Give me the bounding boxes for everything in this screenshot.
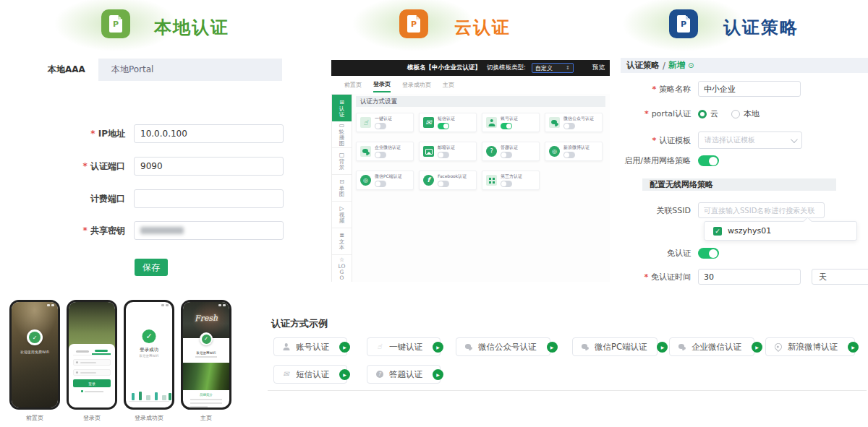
tab-home-page[interactable]: 主页 [443, 78, 454, 92]
success-check-icon: ✓ [142, 329, 156, 343]
onekey-toggle[interactable] [375, 123, 386, 129]
cloud-editor-topbar: 模板名【中小企业云认证】 切换模板类型: 自定义 ↕ 预览 [331, 60, 610, 76]
example-weibo-auth[interactable]: 新浪微博认证 ▶ [765, 337, 855, 356]
example-account-auth[interactable]: 账号认证 ▶ [273, 337, 347, 356]
brand-intro-label: 品牌简介 [183, 393, 229, 397]
icon-letter: P [113, 20, 119, 28]
quiz-icon: ? [486, 146, 497, 157]
third-party-toggle[interactable] [501, 181, 512, 187]
breadcrumb-current: 新增 [668, 60, 685, 71]
play-icon[interactable]: ▶ [339, 342, 350, 353]
quiz-toggle[interactable] [501, 152, 512, 158]
sidebar-item-video[interactable]: ▷ 视频 [332, 202, 352, 228]
billing-port-input[interactable] [134, 189, 284, 208]
wifi-logo-icon: ✓ [29, 332, 41, 343]
login-tab-account [92, 348, 111, 355]
play-icon[interactable]: ▶ [547, 342, 558, 353]
time-unit-box: 天 [812, 269, 868, 285]
network-policy-toggle[interactable] [698, 155, 719, 166]
radio-local[interactable] [731, 110, 740, 118]
facebook-toggle[interactable] [438, 181, 449, 187]
tab-local-aaa[interactable]: 本地AAA [35, 59, 98, 81]
example-sms-auth[interactable]: ✉ 短信认证 ▶ [273, 365, 347, 384]
tap-icon: ☝ [375, 343, 384, 350]
phone-caption: 登录页 [67, 414, 117, 422]
example-wechat-official-auth[interactable]: 微信公众号认证 ▶ [456, 337, 550, 356]
auth-method-settings-header: 认证方式设置 [356, 96, 605, 107]
auth-card-sms: ✉ 短信认证 [419, 113, 477, 132]
play-icon[interactable]: ▶ [752, 342, 762, 353]
email-toggle[interactable] [438, 152, 449, 158]
breadcrumb-root[interactable]: 认证策略 [626, 60, 660, 71]
sidebar-item-text[interactable]: ≣ 文本 [332, 228, 352, 255]
wecom-toggle[interactable] [375, 152, 386, 158]
play-icon[interactable]: ▶ [848, 342, 859, 353]
local-tabbar: 本地AAA 本地Portal [35, 59, 282, 81]
ssid-label: 关联SSID [618, 205, 698, 216]
row-network-policy: 启用/禁用网络策略 [618, 155, 719, 166]
radio-cloud[interactable] [698, 110, 707, 118]
checkbox-checked-icon[interactable]: ✓ [713, 227, 722, 236]
page: P 本地认证 P 云认证 P 认证策略 本地AAA 本地Portal IP地址 … [0, 0, 868, 427]
sidebar-item-carousel[interactable]: ▭ 轮播图 [332, 121, 352, 148]
wifi-logo-icon: ✓ [202, 335, 211, 344]
weibo-icon [773, 343, 783, 350]
sidebar-item-single-image[interactable]: ⊡ 单图 [332, 175, 352, 202]
section-title-local: 本地认证 [154, 16, 229, 39]
auth-card-email: 邮箱认证 [419, 142, 477, 161]
save-button[interactable]: 保存 [135, 259, 168, 276]
mail-icon [423, 146, 434, 157]
shared-key-input[interactable] [134, 221, 284, 240]
star-icon: ☆ [339, 256, 344, 263]
auth-port-input[interactable] [134, 157, 284, 176]
login-card: 登录 [69, 344, 115, 407]
welcome-text: 欢迎使用WiFi [183, 351, 229, 355]
image-icon: ⊡ [339, 178, 344, 185]
login-tab-sms [73, 348, 92, 355]
tab-login-page[interactable]: 登录页 [373, 77, 391, 92]
ip-address-input[interactable] [134, 124, 284, 143]
example-quiz-auth[interactable]: 答题认证 ▶ [367, 365, 441, 384]
weibo-icon: ◎ [549, 146, 560, 157]
tab-login-success-page[interactable]: 登录成功页 [402, 78, 431, 92]
policy-name-input[interactable] [698, 81, 801, 97]
third-party-icon [486, 175, 497, 186]
sidebar-item-logo[interactable]: ☆ LOGO [332, 255, 352, 282]
login-button: 登录 [73, 379, 111, 387]
preview-button[interactable]: 预览 [592, 64, 605, 72]
auth-port-label: 认证端口 [33, 160, 134, 173]
wechat-pc-toggle[interactable] [375, 181, 386, 187]
play-icon[interactable]: ▶ [433, 369, 443, 380]
sms-icon: ✉ [423, 117, 434, 128]
sms-toggle[interactable] [438, 123, 449, 129]
ssid-search-input[interactable] [698, 202, 825, 218]
play-icon[interactable]: ▶ [433, 342, 443, 353]
play-icon[interactable]: ▶ [657, 342, 668, 353]
example-wechat-pc-auth[interactable]: 微信PC端认证 ▶ [572, 337, 658, 356]
example-onekey-auth[interactable]: ☝ 一键认证 ▶ [367, 337, 441, 356]
ssid-option[interactable]: wszyhys01 [728, 226, 771, 236]
quiz-icon [375, 371, 384, 378]
cloud-sidebar: ⊞ 认证 ▭ 轮播图 ▢ 背景 ⊡ 单图 ▷ 视频 ≣ 文本 ☆ LOGO [331, 94, 352, 282]
play-icon[interactable]: ▶ [339, 369, 350, 380]
phone-mockup-login-success-page: ✓ 登录成功 欢迎使用WiFi [124, 300, 174, 410]
tab-front-page[interactable]: 前置页 [344, 78, 362, 92]
auth-free-toggle[interactable] [698, 248, 719, 259]
breadcrumb: 认证策略 / 新增 ⊙ [621, 58, 868, 73]
auth-free-time-input[interactable] [698, 269, 801, 285]
auth-card-onekey: ☝ 一键认证 [356, 113, 414, 132]
auth-template-select[interactable]: 请选择认证模板 [698, 131, 802, 149]
sidebar-item-background[interactable]: ▢ 背景 [332, 148, 352, 175]
account-toggle[interactable] [501, 123, 512, 129]
cloud-page-tabs: 前置页 登录页 登录成功页 主页 [344, 76, 454, 93]
icon-letter: P [411, 20, 417, 28]
weibo-toggle[interactable] [563, 152, 575, 158]
tab-local-portal[interactable]: 本地Portal [98, 59, 166, 81]
template-type-select[interactable]: 自定义 ↕ [532, 63, 574, 73]
wechat-official-toggle[interactable] [563, 123, 575, 129]
example-wecom-auth[interactable]: 企业微信认证 ▶ [669, 337, 754, 356]
auth-free-time-label: 免认证时间 [618, 272, 698, 282]
sidebar-item-auth[interactable]: ⊞ 认证 [332, 95, 352, 121]
phone-caption: 登录成功页 [124, 414, 174, 422]
auth-card-third-party: 第三方认证 [482, 171, 540, 190]
